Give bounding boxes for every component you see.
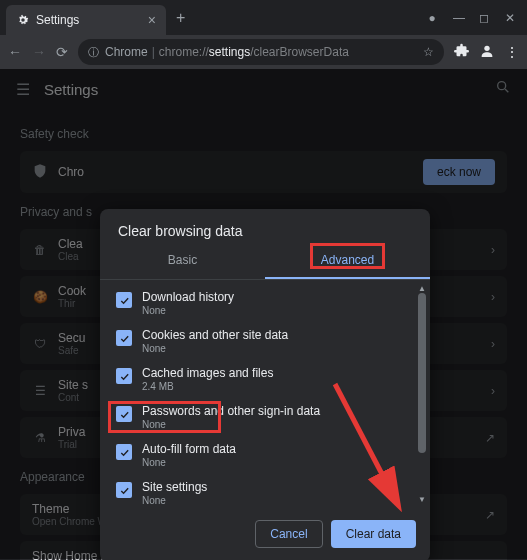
checkbox[interactable] bbox=[116, 406, 132, 422]
tab-title: Settings bbox=[36, 13, 142, 27]
checkbox[interactable] bbox=[116, 444, 132, 460]
tab-advanced[interactable]: Advanced bbox=[265, 243, 430, 279]
maximize-icon[interactable]: ◻ bbox=[479, 11, 489, 25]
checkbox[interactable] bbox=[116, 368, 132, 384]
back-icon[interactable]: ← bbox=[8, 44, 22, 60]
extensions-icon[interactable] bbox=[454, 43, 469, 61]
url-text: Chrome|chrome://settings/clearBrowserDat… bbox=[105, 45, 349, 59]
checkbox-row-download-history[interactable]: Download historyNone bbox=[110, 284, 430, 322]
bookmark-icon[interactable]: ☆ bbox=[423, 45, 434, 59]
dialog-title: Clear browsing data bbox=[100, 209, 430, 243]
dialog-actions: Cancel Clear data bbox=[100, 510, 430, 560]
svg-point-0 bbox=[484, 45, 489, 50]
gear-icon bbox=[16, 13, 30, 27]
dialog-tabs: Basic Advanced bbox=[100, 243, 430, 280]
close-icon[interactable]: × bbox=[148, 12, 156, 28]
site-info-icon[interactable]: ⓘ bbox=[88, 45, 99, 60]
checkbox[interactable] bbox=[116, 292, 132, 308]
checkbox-row-passwords[interactable]: Passwords and other sign-in dataNone bbox=[110, 398, 430, 436]
minimize-icon[interactable]: — bbox=[453, 11, 463, 25]
checkbox-row-autofill[interactable]: Auto-fill form dataNone bbox=[110, 436, 430, 474]
dialog-checkbox-list: Download historyNone Cookies and other s… bbox=[100, 280, 430, 510]
scroll-up-icon[interactable]: ▲ bbox=[418, 284, 426, 293]
clear-browsing-data-dialog: Clear browsing data Basic Advanced Downl… bbox=[100, 209, 430, 560]
browser-toolbar: ← → ⟳ ⓘ Chrome|chrome://settings/clearBr… bbox=[0, 35, 527, 69]
forward-icon: → bbox=[32, 44, 46, 60]
address-bar[interactable]: ⓘ Chrome|chrome://settings/clearBrowserD… bbox=[78, 39, 444, 65]
checkbox-row-site-settings[interactable]: Site settingsNone bbox=[110, 474, 430, 510]
account-indicator-icon[interactable]: ● bbox=[427, 11, 437, 25]
checkbox-row-cached[interactable]: Cached images and files2.4 MB bbox=[110, 360, 430, 398]
menu-icon[interactable]: ⋮ bbox=[505, 44, 519, 60]
window-close-icon[interactable]: ✕ bbox=[505, 11, 515, 25]
browser-titlebar: Settings × + ● — ◻ ✕ bbox=[0, 0, 527, 35]
checkbox[interactable] bbox=[116, 482, 132, 498]
clear-data-button[interactable]: Clear data bbox=[331, 520, 416, 548]
cancel-button[interactable]: Cancel bbox=[255, 520, 322, 548]
reload-icon[interactable]: ⟳ bbox=[56, 44, 68, 60]
scroll-down-icon[interactable]: ▼ bbox=[418, 495, 426, 504]
scroll-thumb[interactable] bbox=[418, 293, 426, 453]
checkbox-row-cookies[interactable]: Cookies and other site dataNone bbox=[110, 322, 430, 360]
tab-basic[interactable]: Basic bbox=[100, 243, 265, 279]
settings-page: ☰ Settings Safety check Chro eck now Pri… bbox=[0, 69, 527, 559]
new-tab-button[interactable]: + bbox=[176, 9, 185, 27]
browser-tab[interactable]: Settings × bbox=[6, 5, 166, 35]
window-controls: ● — ◻ ✕ bbox=[427, 11, 527, 25]
checkbox[interactable] bbox=[116, 330, 132, 346]
scrollbar[interactable]: ▲ ▼ bbox=[418, 284, 426, 504]
profile-icon[interactable] bbox=[479, 43, 495, 62]
